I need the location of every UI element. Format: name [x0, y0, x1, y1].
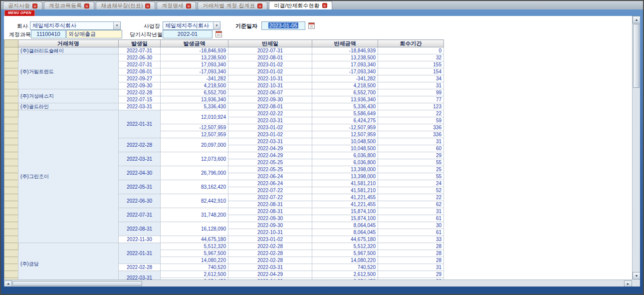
- collect-days-cell[interactable]: 77: [378, 96, 444, 103]
- row-selector[interactable]: [4, 180, 18, 187]
- occur-amount-cell[interactable]: 4,218,500: [161, 82, 228, 89]
- customer-cell[interactable]: (주)거성에스지: [18, 89, 119, 103]
- settle-amount-cell[interactable]: -12,507,959: [312, 124, 378, 131]
- occur-amount-cell[interactable]: 12,010,924: [161, 110, 228, 124]
- account-code-field[interactable]: 11100410: [31, 30, 66, 38]
- settle-amount-cell[interactable]: 10,048,500: [312, 145, 378, 152]
- occur-date-cell[interactable]: 2022-07-31: [119, 61, 161, 68]
- occur-date-cell[interactable]: 2022-09-30: [119, 82, 161, 89]
- row-selector[interactable]: [4, 82, 18, 89]
- tab-close-icon[interactable]: ×: [322, 3, 327, 8]
- row-selector[interactable]: [4, 166, 18, 173]
- row-selector[interactable]: [4, 152, 18, 159]
- account-name-field[interactable]: 외상매출금: [66, 30, 122, 38]
- settle-amount-cell[interactable]: 13,398,000: [312, 166, 378, 173]
- scroll-down-button[interactable]: ▼: [633, 272, 640, 280]
- settle-date-cell[interactable]: 2022-06-24: [228, 173, 312, 180]
- settle-amount-cell[interactable]: 41,581,210: [312, 180, 378, 187]
- row-selector[interactable]: [4, 131, 18, 138]
- occur-amount-cell[interactable]: 20,097,000: [161, 138, 228, 152]
- settle-date-cell[interactable]: 2023-01-02: [228, 131, 312, 138]
- occur-amount-cell[interactable]: -18,846,939: [161, 47, 228, 54]
- tab-close-icon[interactable]: ×: [32, 3, 37, 8]
- settle-date-cell[interactable]: 2022-02-28: [228, 243, 312, 250]
- occur-date-cell[interactable]: 2022-03-31: [119, 271, 161, 280]
- settle-amount-cell[interactable]: 15,874,100: [312, 208, 378, 215]
- tab-close-icon[interactable]: ×: [84, 3, 89, 8]
- row-selector[interactable]: [4, 264, 18, 271]
- row-selector[interactable]: [4, 215, 18, 222]
- row-selector[interactable]: [4, 173, 18, 180]
- settle-date-cell[interactable]: 2022-03-31: [228, 117, 312, 124]
- row-selector[interactable]: [4, 47, 18, 54]
- collect-days-cell[interactable]: 29: [378, 271, 444, 278]
- collect-days-cell[interactable]: 59: [378, 117, 444, 124]
- occur-amount-cell[interactable]: -17,093,340: [161, 68, 228, 75]
- settle-amount-cell[interactable]: 15,874,100: [312, 215, 378, 222]
- vertical-scrollbar[interactable]: ▲ ▼: [632, 16, 640, 280]
- settle-amount-cell[interactable]: 44,675,180: [312, 236, 378, 243]
- collect-days-cell[interactable]: 61: [378, 229, 444, 236]
- settle-date-cell[interactable]: 2022-05-25: [228, 166, 312, 173]
- settle-date-cell[interactable]: 2022-08-01: [228, 103, 312, 110]
- occur-date-cell[interactable]: 2022-07-31: [119, 208, 161, 222]
- settle-amount-cell[interactable]: 8,064,045: [312, 222, 378, 229]
- tab-4[interactable]: 계정명세×: [157, 1, 196, 9]
- site-select[interactable]: 제일제지주식회사 ▼: [163, 21, 220, 30]
- occur-date-cell[interactable]: 2022-01-31: [119, 110, 161, 138]
- occur-date-cell[interactable]: 2022-02-28: [119, 264, 161, 271]
- occur-date-cell[interactable]: 2022-03-31: [119, 103, 161, 110]
- occur-date-cell[interactable]: 2022-09-27: [119, 75, 161, 82]
- tab-1[interactable]: 공지사항×: [3, 1, 42, 9]
- row-selector[interactable]: [4, 75, 18, 82]
- settle-date-cell[interactable]: 2022-02-28: [228, 250, 312, 257]
- collect-days-cell[interactable]: 62: [378, 201, 444, 208]
- collect-days-cell[interactable]: 29: [378, 152, 444, 159]
- collect-days-cell[interactable]: 32: [378, 54, 444, 61]
- settle-date-cell[interactable]: 2022-03-31: [228, 138, 312, 145]
- occur-date-cell[interactable]: 2022-11-30: [119, 236, 161, 243]
- occur-date-cell[interactable]: 2022-01-31: [119, 243, 161, 264]
- occur-amount-cell[interactable]: 13,238,500: [161, 54, 228, 61]
- settle-amount-cell[interactable]: 2,612,500: [312, 271, 378, 278]
- settle-date-cell[interactable]: 2022-05-25: [228, 159, 312, 166]
- row-selector[interactable]: [4, 271, 18, 278]
- settle-date-cell[interactable]: 2022-06-24: [228, 180, 312, 187]
- occur-amount-cell[interactable]: 5,967,500: [161, 250, 228, 257]
- row-selector[interactable]: [4, 89, 18, 96]
- occur-date-cell[interactable]: 2022-06-30: [119, 194, 161, 208]
- settle-date-cell[interactable]: 2022-09-30: [228, 215, 312, 222]
- occur-amount-cell[interactable]: 5,512,320: [161, 243, 228, 250]
- settle-amount-cell[interactable]: -18,846,939: [312, 47, 378, 54]
- settle-date-cell[interactable]: 2022-10-31: [228, 82, 312, 89]
- tab-5[interactable]: 거래처별 계정 집계표×: [198, 1, 267, 9]
- settle-date-cell[interactable]: 2022-07-22: [228, 194, 312, 201]
- settle-date-cell[interactable]: 2022-04-29: [228, 145, 312, 152]
- collect-days-cell[interactable]: 60: [378, 145, 444, 152]
- settle-amount-cell[interactable]: 6,552,700: [312, 89, 378, 96]
- settle-amount-cell[interactable]: 41,221,455: [312, 201, 378, 208]
- collect-days-cell[interactable]: 55: [378, 173, 444, 180]
- occur-amount-cell[interactable]: 12,073,600: [161, 152, 228, 166]
- row-selector[interactable]: [4, 257, 18, 264]
- row-selector[interactable]: [4, 208, 18, 215]
- collect-days-cell[interactable]: 28: [378, 250, 444, 257]
- customer-cell[interactable]: (주)거림트렌드: [18, 54, 119, 89]
- settle-amount-cell[interactable]: 14,080,220: [312, 257, 378, 264]
- settle-date-cell[interactable]: 2022-02-28: [228, 257, 312, 264]
- occur-date-cell[interactable]: 2022-07-31: [119, 47, 161, 54]
- occur-date-cell[interactable]: 2022-08-01: [119, 68, 161, 75]
- settle-amount-cell[interactable]: 6,036,800: [312, 152, 378, 159]
- tab-3[interactable]: 채권채무장(전표)×: [96, 1, 155, 9]
- settle-amount-cell[interactable]: 41,221,455: [312, 194, 378, 201]
- settle-amount-cell[interactable]: 5,967,500: [312, 250, 378, 257]
- settle-date-cell[interactable]: 2022-04-29: [228, 271, 312, 278]
- row-selector[interactable]: [4, 138, 18, 145]
- settle-date-cell[interactable]: 2022-08-31: [228, 201, 312, 208]
- occur-date-cell[interactable]: 2022-04-30: [119, 166, 161, 180]
- settle-amount-cell[interactable]: -341,282: [312, 75, 378, 82]
- tab-close-icon[interactable]: ×: [186, 3, 191, 8]
- occur-amount-cell[interactable]: 44,675,180: [161, 236, 228, 243]
- collect-days-cell[interactable]: 33: [378, 236, 444, 243]
- settle-date-cell[interactable]: 2022-09-30: [228, 96, 312, 103]
